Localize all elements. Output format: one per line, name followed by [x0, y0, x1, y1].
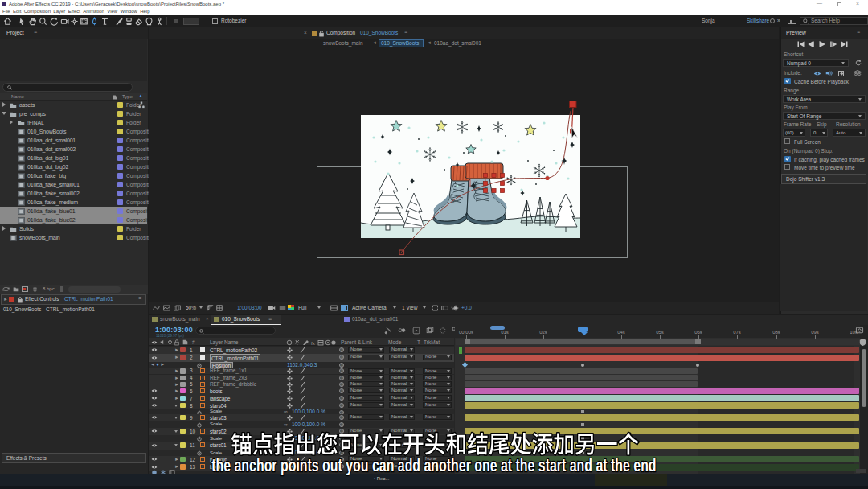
svg-text:fx: fx [311, 340, 315, 345]
